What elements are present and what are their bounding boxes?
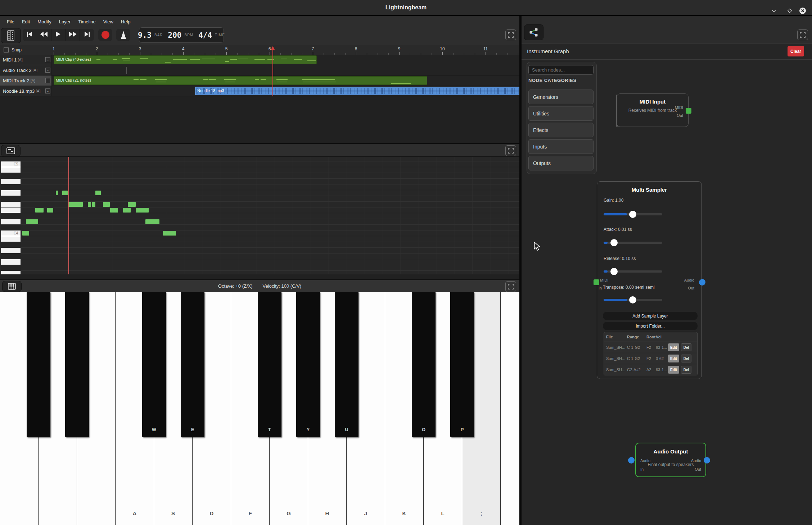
edit-button[interactable]: Edit	[668, 343, 679, 351]
import-folder-button[interactable]: Import Folder...	[603, 322, 698, 330]
white-key[interactable]	[501, 292, 519, 525]
timeline-fullscreen-button[interactable]	[505, 29, 516, 40]
midi-note[interactable]	[56, 191, 58, 195]
piano-roll-key-C#4[interactable]	[1, 225, 21, 230]
piano-roll-key-G#4[interactable]	[1, 184, 21, 190]
midi-note[interactable]	[35, 208, 44, 213]
close-icon[interactable]	[798, 6, 807, 15]
midi-note[interactable]	[123, 208, 131, 213]
param-slider[interactable]	[604, 270, 662, 273]
slider-thumb[interactable]	[610, 239, 618, 246]
track-checkbox[interactable]: -	[45, 57, 50, 62]
midi-note[interactable]	[128, 202, 136, 207]
black-key-W[interactable]: W	[142, 292, 166, 437]
sampler-audio-out-port[interactable]	[699, 279, 705, 286]
track-label-4[interactable]: Noodle 18.mp3[A]	[0, 86, 52, 96]
del-button[interactable]: Del	[681, 355, 691, 362]
menu-item-edit[interactable]: Edit	[22, 19, 30, 24]
record-button[interactable]	[98, 29, 112, 41]
slider-thumb[interactable]	[610, 268, 618, 275]
fast-forward-button[interactable]	[66, 29, 80, 41]
midi-note[interactable]	[92, 202, 95, 207]
black-key-E[interactable]: E	[181, 292, 204, 437]
param-slider[interactable]	[604, 213, 662, 215]
graph-view-button[interactable]	[524, 24, 543, 40]
category-button-generators[interactable]: Generators	[528, 90, 594, 104]
piano-roll-key-A4[interactable]	[1, 179, 21, 184]
audio-output-in-port[interactable]	[628, 457, 635, 464]
skip-start-button[interactable]	[23, 29, 37, 41]
track-label-2[interactable]: Audio Track 2[A]	[0, 65, 52, 75]
piano-roll-playhead[interactable]	[68, 157, 69, 274]
midi-note[interactable]	[95, 191, 101, 195]
piano-roll-key-F#3[interactable]	[1, 265, 21, 270]
track-label-1[interactable]: MIDI 1[A]	[0, 55, 52, 65]
edit-button[interactable]: Edit	[668, 355, 679, 362]
piano-roll-key-A#3[interactable]	[1, 242, 21, 247]
track-label-3[interactable]: MIDI Track 2[A]	[0, 76, 52, 86]
menu-item-timeline[interactable]: Timeline	[78, 19, 96, 24]
midi-out-port[interactable]	[686, 108, 691, 114]
midi-note[interactable]	[110, 208, 118, 213]
piano-roll-key-G#3[interactable]	[1, 254, 21, 259]
midi-note[interactable]	[68, 202, 83, 207]
piano-roll-key-B4[interactable]	[1, 167, 21, 173]
menu-item-view[interactable]: View	[103, 19, 113, 24]
menu-item-layer[interactable]: Layer	[59, 19, 71, 24]
midi-note[interactable]	[163, 231, 176, 236]
black-key-Y[interactable]: Y	[296, 292, 320, 437]
edit-button[interactable]: Edit	[668, 366, 679, 374]
piano-roll-key-F4[interactable]	[1, 202, 21, 207]
add-sample-layer-button[interactable]: Add Sample Layer	[603, 312, 698, 320]
param-slider[interactable]	[604, 242, 662, 244]
slider-thumb[interactable]	[629, 211, 636, 218]
piano-roll-key-F3[interactable]	[1, 271, 21, 274]
piano-roll-key-G4[interactable]	[1, 190, 21, 196]
midi-note[interactable]	[145, 219, 159, 224]
track-checkbox[interactable]: -	[45, 78, 50, 83]
clear-button[interactable]: Clear	[788, 46, 804, 56]
piano-roll-key-D#4[interactable]	[1, 213, 21, 219]
category-button-inputs[interactable]: Inputs	[528, 139, 594, 154]
midi-note[interactable]	[22, 231, 29, 236]
piano-roll-key-D4[interactable]	[1, 219, 21, 224]
audio-output-node[interactable]: Audio Output Final output to speakers Au…	[635, 443, 706, 477]
piano-roll-key-A3[interactable]	[1, 248, 21, 253]
maximize-diamond-icon[interactable]	[785, 6, 794, 15]
piano-roll-key-B3[interactable]	[1, 236, 21, 242]
audio-output-out-port[interactable]	[704, 457, 710, 464]
track-checkbox[interactable]: -	[45, 68, 50, 73]
menu-item-file[interactable]: File	[7, 19, 14, 24]
search-input[interactable]	[528, 65, 594, 75]
track-checkbox[interactable]: -	[45, 88, 50, 93]
black-key[interactable]	[27, 292, 50, 437]
category-button-effects[interactable]: Effects	[528, 123, 594, 137]
midi-note[interactable]	[47, 208, 53, 213]
category-button-outputs[interactable]: Outputs	[528, 156, 594, 170]
del-button[interactable]: Del	[681, 343, 691, 351]
keyboard-fullscreen-button[interactable]	[505, 281, 516, 292]
piano-roll-minimap-button[interactable]	[1, 145, 21, 157]
del-button[interactable]: Del	[681, 366, 691, 374]
sampler-midi-in-port[interactable]	[594, 279, 599, 285]
midi-note[interactable]	[26, 219, 38, 224]
black-key[interactable]	[65, 292, 89, 437]
piano-roll-key-A#4[interactable]	[1, 173, 21, 178]
black-key-O[interactable]: O	[412, 292, 436, 437]
midi-input-node[interactable]: MIDI Input Receives MIDI from track MIDI…	[617, 93, 689, 127]
audio-clip[interactable]: Noodle 18.mp3	[195, 87, 519, 95]
black-key-P[interactable]: P	[450, 292, 474, 437]
midi-note[interactable]	[136, 208, 149, 213]
multi-sampler-node[interactable]: Multi Sampler Gain: 1.00Attack: 0.01 ssR…	[597, 181, 702, 379]
piano-roll-key-C5[interactable]: C5	[1, 161, 21, 167]
piano-roll-key-E4[interactable]	[1, 207, 21, 213]
film-strip-button[interactable]	[1, 28, 21, 43]
black-key-U[interactable]: U	[335, 292, 358, 437]
play-button[interactable]	[51, 29, 66, 41]
midi-note[interactable]	[103, 202, 110, 207]
playhead-arrow[interactable]	[271, 46, 275, 50]
black-key-T[interactable]: T	[258, 292, 281, 437]
slider-thumb[interactable]	[629, 296, 636, 303]
minimize-chevron-icon[interactable]	[770, 6, 778, 15]
piano-roll-grid[interactable]: C5C4	[0, 157, 519, 274]
